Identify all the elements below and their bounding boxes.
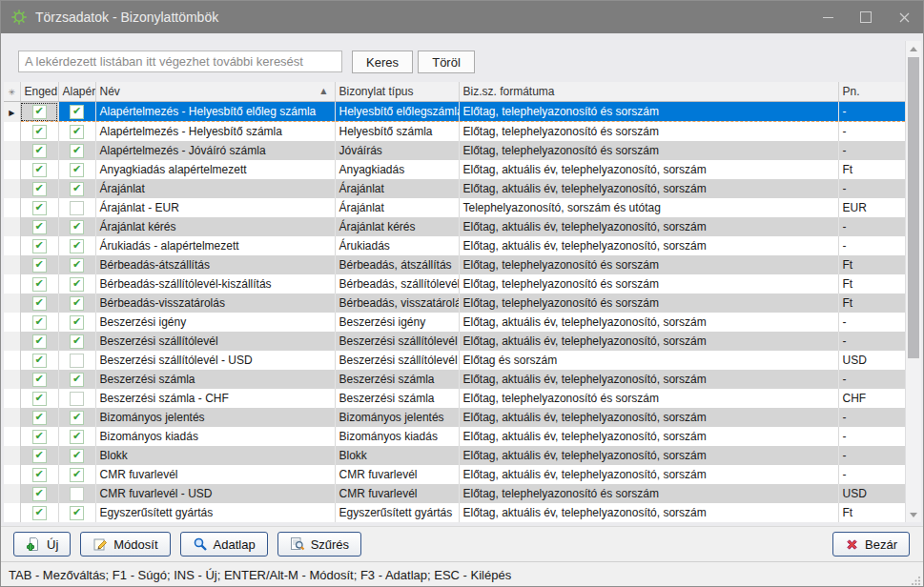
red-x-icon — [845, 537, 859, 552]
checkbox-enged[interactable]: ✔ — [32, 315, 47, 330]
checkbox-enged[interactable]: ✔ — [32, 411, 47, 425]
search-button[interactable]: Keres — [352, 51, 413, 73]
clear-search-button[interactable]: Töröl — [418, 51, 475, 73]
cell-pn: - — [838, 427, 905, 446]
checkbox-enged[interactable]: ✔ — [32, 334, 47, 349]
checkbox-alaper[interactable]: ✔ — [70, 449, 84, 463]
table-row[interactable]: ✔✔Egyszerűsített gyártásEgyszerűsített g… — [4, 503, 905, 522]
checkbox-alaper[interactable] — [70, 392, 84, 406]
table-row[interactable]: ✔✔Bizományos jelentésBizományos jelentés… — [4, 408, 905, 427]
table-row[interactable]: ✔✔Bérbeadás-visszatárolásBérbeadás, viss… — [4, 294, 905, 313]
new-button[interactable]: Új — [13, 532, 71, 557]
table-row[interactable]: ✔✔Beszerzési igényBeszerzési igényElőtag… — [4, 313, 905, 332]
scrollbar-thumb[interactable] — [908, 57, 919, 358]
table-row[interactable]: ✔✔Bérbeadás-átszállításBérbeadás, átszál… — [4, 255, 905, 274]
checkbox-alaper[interactable]: ✔ — [70, 125, 84, 139]
checkbox-alaper[interactable] — [70, 201, 84, 215]
header-bizonylat-tipus[interactable]: Bizonylat típus — [335, 82, 459, 102]
table-row[interactable]: ▶✔✔Alapértelmezés - Helyesbítő előleg sz… — [4, 102, 905, 122]
table-row[interactable]: ✔✔Bizományos kiadásBizományos kiadásElőt… — [4, 427, 905, 446]
checkbox-enged[interactable]: ✔ — [32, 468, 47, 482]
checkbox-enged[interactable]: ✔ — [32, 373, 47, 387]
table-row[interactable]: ✔Beszerzési szállítólevél - USDBeszerzés… — [4, 351, 905, 370]
header-formatum[interactable]: Biz.sz. formátuma — [459, 82, 838, 102]
checkbox-alaper[interactable]: ✔ — [70, 105, 84, 119]
checkbox-alaper[interactable]: ✔ — [70, 411, 84, 425]
checkbox-alaper[interactable]: ✔ — [70, 220, 84, 234]
checkbox-alaper[interactable]: ✔ — [70, 239, 84, 253]
table-row[interactable]: ✔✔Alapértelmezés - Jóváíró számlaJóváírá… — [4, 141, 905, 160]
datasheet-button[interactable]: Adatlap — [180, 532, 268, 557]
cell-nev: Árajánlat — [95, 179, 335, 198]
checkbox-enged[interactable]: ✔ — [32, 506, 47, 520]
table-row[interactable]: ✔Árajánlat - EURÁrajánlatTelephelyazonos… — [4, 198, 905, 217]
checkbox-enged[interactable]: ✔ — [32, 220, 47, 234]
checkbox-alaper[interactable]: ✔ — [70, 315, 84, 330]
checkbox-enged[interactable]: ✔ — [32, 487, 47, 501]
cell-nev: Beszerzési számla - CHF — [95, 389, 335, 408]
table-row[interactable]: ✔CMR fuvarlevél - USDCMR fuvarlevélElőta… — [4, 484, 905, 503]
checkbox-alaper[interactable]: ✔ — [70, 144, 84, 158]
close-window-button[interactable] — [885, 1, 923, 33]
header-alaper[interactable]: Alapér — [58, 82, 95, 102]
table-row[interactable]: ✔✔Anyagkiadás alapértelmezettAnyagkiadás… — [4, 160, 905, 179]
checkbox-alaper[interactable]: ✔ — [70, 430, 84, 444]
checkbox-enged[interactable]: ✔ — [32, 354, 47, 368]
checkbox-alaper[interactable]: ✔ — [70, 468, 84, 482]
checkbox-enged[interactable]: ✔ — [32, 105, 47, 119]
table-row[interactable]: ✔✔CMR fuvarlevélCMR fuvarlevélElőtag, ak… — [4, 465, 905, 484]
checkbox-alaper[interactable]: ✔ — [70, 182, 84, 196]
modify-button[interactable]: Módosít — [80, 532, 170, 557]
header-enged[interactable]: Enged — [20, 82, 58, 102]
header-pn[interactable]: Pn. — [838, 82, 905, 102]
checkbox-alaper[interactable]: ✔ — [70, 163, 84, 177]
header-indicator[interactable]: ✳ — [4, 82, 20, 102]
checkbox-enged[interactable]: ✔ — [32, 392, 47, 406]
checkbox-enged-cell: ✔ — [20, 255, 58, 274]
checkbox-enged[interactable]: ✔ — [32, 182, 47, 196]
minimize-button[interactable] — [809, 1, 847, 33]
table-row[interactable]: ✔✔Árukiadás - alapértelmezettÁrukiadásEl… — [4, 236, 905, 255]
checkbox-enged[interactable]: ✔ — [32, 239, 47, 253]
checkbox-enged[interactable]: ✔ — [32, 296, 47, 311]
scroll-down-button[interactable] — [906, 507, 921, 522]
table-row[interactable]: ✔Beszerzési számla - CHFBeszerzési száml… — [4, 389, 905, 408]
filter-button[interactable]: Szűrés — [277, 532, 361, 557]
header-nev[interactable]: Név▲ — [95, 82, 335, 102]
checkbox-enged[interactable]: ✔ — [32, 277, 47, 292]
checkbox-alaper[interactable] — [70, 354, 84, 368]
checkbox-alaper[interactable]: ✔ — [70, 277, 84, 292]
resize-grip-icon[interactable] — [912, 576, 921, 585]
table-row[interactable]: ✔✔Beszerzési számlaBeszerzési számlaElőt… — [4, 370, 905, 389]
maximize-button[interactable] — [847, 1, 885, 33]
cell-nev: Blokk — [95, 446, 335, 465]
vertical-scrollbar[interactable] — [905, 41, 921, 522]
row-indicator-cell — [4, 313, 20, 332]
scroll-up-button[interactable] — [906, 41, 921, 56]
cell-pn: - — [838, 217, 905, 236]
checkbox-alaper[interactable]: ✔ — [70, 258, 84, 273]
checkbox-enged[interactable]: ✔ — [32, 449, 47, 463]
table-row[interactable]: ✔✔Beszerzési szállítólevélBeszerzési szá… — [4, 332, 905, 351]
table-row[interactable]: ✔✔Bérbeadás-szállítólevél-kiszállításBér… — [4, 274, 905, 294]
table-row[interactable]: ✔✔ÁrajánlatÁrajánlatElőtag, aktuális év,… — [4, 179, 905, 198]
checkbox-alaper[interactable] — [70, 487, 84, 501]
checkbox-enged-cell: ✔ — [20, 408, 58, 427]
checkbox-enged[interactable]: ✔ — [32, 125, 47, 139]
checkbox-enged[interactable]: ✔ — [32, 430, 47, 444]
search-input[interactable] — [18, 51, 342, 72]
checkbox-enged[interactable]: ✔ — [32, 144, 47, 158]
close-dialog-button[interactable]: Bezár — [832, 532, 910, 557]
checkbox-enged[interactable]: ✔ — [32, 258, 47, 273]
cell-pn: - — [838, 179, 905, 198]
checkbox-enged[interactable]: ✔ — [32, 163, 47, 177]
checkbox-alaper[interactable]: ✔ — [70, 296, 84, 311]
table-row[interactable]: ✔✔Alapértelmezés - Helyesbítő számlaHely… — [4, 122, 905, 142]
checkbox-alaper[interactable]: ✔ — [70, 506, 84, 520]
table-row[interactable]: ✔✔Árajánlat kérésÁrajánlat kérésElőtag, … — [4, 217, 905, 236]
checkbox-alaper[interactable]: ✔ — [70, 334, 84, 349]
cell-formatum: Előtag, aktuális év, telephelyazonosító,… — [459, 370, 838, 389]
checkbox-enged[interactable]: ✔ — [32, 201, 47, 215]
checkbox-alaper[interactable]: ✔ — [70, 373, 84, 387]
table-row[interactable]: ✔✔BlokkBlokkElőtag, aktuális év, telephe… — [4, 446, 905, 465]
